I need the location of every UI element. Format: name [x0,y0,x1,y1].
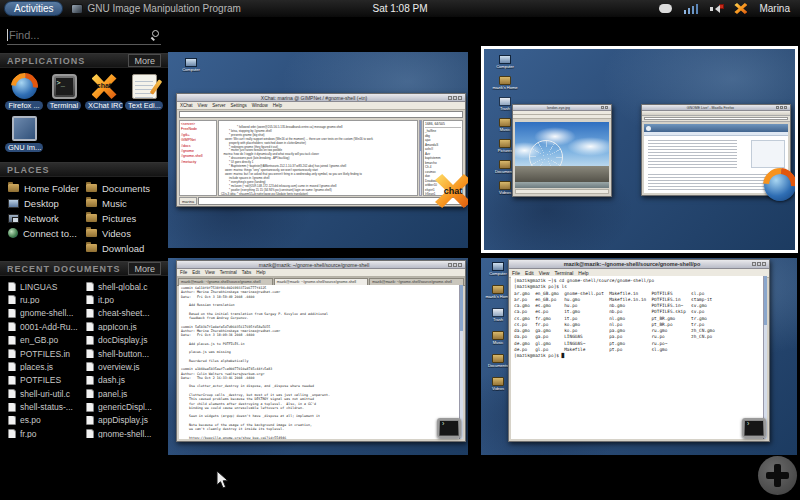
xchat-message-area: * followed orbri (owen@205-56-5-135.broa… [218,120,418,196]
app-launcher[interactable]: GNU Im... [6,116,42,152]
document-label: appIcon.js [98,322,137,331]
xchat-tray-icon[interactable] [734,3,747,14]
terminal-scrollbar[interactable] [763,276,767,439]
workspace-4[interactable]: Computer mazik's Home Trash Music Docume… [481,258,797,455]
firefox-window[interactable]: GNOME Live! - Mozilla Firefox [641,104,791,196]
menu-item[interactable]: XChat [180,103,193,108]
recent-document-item[interactable]: dash.js [86,376,164,385]
window-buttons[interactable] [601,106,608,109]
xchat-channel-list[interactable]: <server>FreeNode#gtk+GIMPNet#docs#gnome#… [179,120,217,196]
recent-document-item[interactable]: appDisplay.js [86,416,164,425]
menu-item[interactable]: File [180,270,187,275]
document-icon [8,376,16,385]
window-buttons[interactable] [752,262,766,266]
user-menu[interactable]: Marina [759,3,790,14]
terminal-tab-active[interactable]: mazik@mazik: ~/gnome-shell/source/gnome-… [274,278,369,285]
search-input[interactable] [9,29,151,41]
document-label: shell-uri-util.c [20,389,70,398]
menu-item[interactable]: Help [256,270,265,275]
terminal-scrollbar[interactable] [459,285,463,439]
place-item[interactable]: Network [8,213,86,223]
recent-document-item[interactable]: gnome-shell... [8,309,86,318]
workspace-3[interactable]: mazik@mazik: ~/gnome-shell/source/gnome-… [168,258,468,455]
app-launcher[interactable]: Text Edi... [126,74,162,110]
recent-document-item[interactable]: shell-status-... [8,403,86,412]
menu-item[interactable]: Tabs [242,270,252,275]
recent-document-item[interactable]: LINGUAS [8,282,86,291]
menu-item[interactable]: View [198,103,208,108]
recent-document-item[interactable]: appIcon.js [86,322,164,331]
place-item[interactable]: Music [86,198,164,208]
window-buttons[interactable] [448,96,462,100]
terminal-titlebar: mazik@mazik:~/gnome-shell/source/gnome-s… [509,260,769,269]
xchat-topic-entry[interactable] [179,111,463,118]
recent-document-item[interactable]: docDisplay.js [86,336,164,345]
applications-more-button[interactable]: More [128,54,161,67]
chat-bubble-icon[interactable] [659,4,672,13]
place-item[interactable]: Documents [86,183,164,193]
recent-document-item[interactable]: shell-global.c [86,282,164,291]
recent-document-item[interactable]: ru.po [8,295,86,304]
terminal-tab[interactable]: mazik@mazik: ~/gnome-shell/source/gnome-… [178,278,273,285]
network-signal-icon[interactable] [684,4,698,14]
document-label: dash.js [98,376,125,385]
terminal-tab[interactable]: mazik@mazik: ~/gnome-shell/source/gnome-… [369,278,464,285]
xchat-scrollbar[interactable] [419,120,422,196]
desktop-icon-glyph [492,285,504,294]
app-icon [52,74,77,99]
search-box[interactable] [7,25,161,45]
recent-document-item[interactable]: cheat-sheet... [86,309,164,318]
menu-item[interactable]: Edit [192,270,200,275]
place-icon [86,199,97,207]
document-label: shell-global.c [98,282,148,291]
recent-document-item[interactable]: genericDispl... [86,403,164,412]
recent-document-item[interactable]: fr.po [8,429,86,438]
xchat-window[interactable]: XChat: marina @ GIMPNet / #gnome-shell (… [176,93,466,207]
recent-document-item[interactable]: POTFILES.in [8,349,86,358]
menu-item[interactable]: Server [212,103,225,108]
menu-item[interactable]: Window [252,103,268,108]
app-icon [12,116,37,141]
place-item[interactable]: Connect to... [8,228,86,238]
app-launcher[interactable]: Firefox ... [6,74,42,110]
document-label: shell-status-... [20,403,73,412]
place-item[interactable]: Videos [86,228,164,238]
window-buttons[interactable] [448,263,462,267]
terminal-window-ls[interactable]: mazik@mazik:~/gnome-shell/source/gnome-s… [508,259,770,442]
menu-item[interactable]: Settings [230,103,246,108]
recent-document-item[interactable]: es.po [8,416,86,425]
app-launcher[interactable]: Terminal [46,74,82,110]
photo-viewer-window[interactable]: london-eye.jpg [512,104,612,197]
menu-item[interactable]: Help [273,103,282,108]
recent-document-item[interactable]: shell-uri-util.c [8,389,86,398]
mouse-cursor [216,470,230,489]
workspace-2-selected[interactable]: Computer mazik's Home Trash Music Pictur… [481,46,798,253]
channel-item[interactable]: #metacity [181,160,215,165]
app-launcher[interactable]: XChat IRC [86,74,122,110]
xchat-message-entry[interactable] [198,197,463,205]
river [515,182,609,188]
menu-item[interactable]: View [205,270,215,275]
window-buttons[interactable] [776,106,787,109]
add-workspace-button[interactable] [758,456,797,495]
url-bar[interactable] [644,117,788,121]
place-item[interactable]: Download [86,243,164,253]
volume-muted-icon[interactable] [710,4,722,14]
recent-document-item[interactable]: panel.js [86,389,164,398]
terminal-window-gitlog[interactable]: mazik@mazik: ~/gnome-shell/source/gnome-… [176,260,466,442]
recent-document-item[interactable]: places.js [8,362,86,371]
workspace-1[interactable]: Computer XChat: marina @ GIMPNet / #gnom… [168,52,468,248]
place-item[interactable]: Desktop [8,198,86,208]
recent-document-item[interactable]: en_GB.po [8,336,86,345]
recent-document-item[interactable]: shell-button... [86,349,164,358]
place-item[interactable]: Pictures [86,213,164,223]
recent-document-item[interactable]: 0001-Add-Ru... [8,322,86,331]
recent-document-item[interactable]: it.po [86,295,164,304]
place-icon [8,228,18,238]
recent-document-item[interactable]: overview.js [86,362,164,371]
recent-documents-more-button[interactable]: More [128,262,161,275]
place-item[interactable]: Home Folder [8,183,86,193]
recent-document-item[interactable]: POTFILES [8,376,86,385]
menu-item[interactable]: Terminal [220,270,237,275]
recent-document-item[interactable]: gnome-shell... [86,429,164,438]
